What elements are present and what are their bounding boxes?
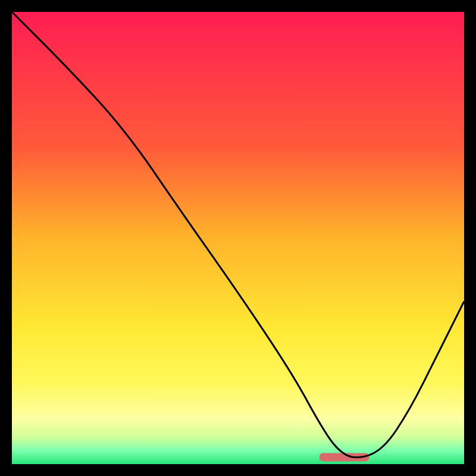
bottleneck-chart [12, 12, 464, 464]
chart-frame: TheBottleneck.com [12, 12, 464, 464]
